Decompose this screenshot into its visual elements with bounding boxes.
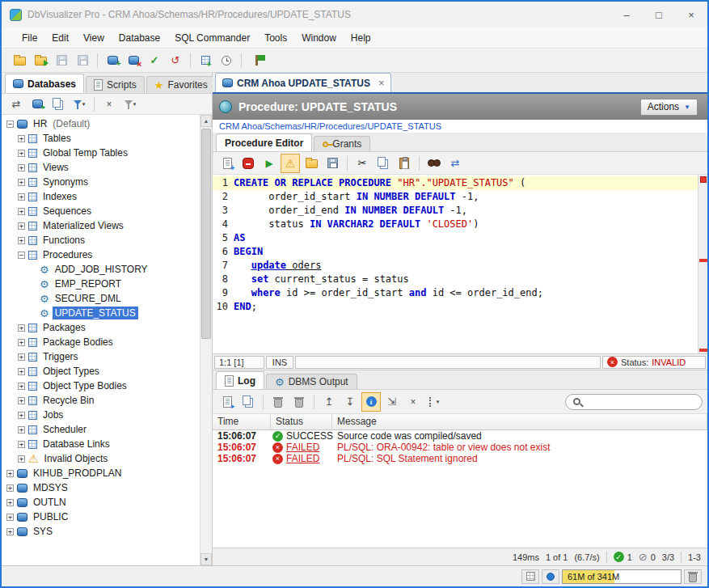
clear-filter-button[interactable]: × — [403, 392, 423, 412]
menu-view[interactable]: View — [76, 29, 112, 47]
tree-item-functions[interactable]: +Functions — [2, 233, 200, 247]
tree-item-global-temp-tables[interactable]: +Global Temp Tables — [2, 146, 200, 160]
expand-toggle[interactable]: + — [6, 514, 14, 521]
log-clear-all-button[interactable] — [289, 392, 309, 412]
tab-databases[interactable]: Databases — [5, 74, 84, 93]
tree-item-sys[interactable]: +SYS — [2, 524, 200, 539]
new-table-button[interactable] — [196, 51, 215, 70]
expand-toggle[interactable]: + — [18, 237, 25, 244]
expand-toggle[interactable]: + — [6, 484, 14, 492]
menu-tools[interactable]: Tools — [257, 29, 294, 47]
tree-item-secure-dml[interactable]: ⚙SECURE_DML — [2, 291, 200, 306]
minimize-button[interactable]: – — [610, 2, 643, 27]
tab-grants[interactable]: Grants — [314, 136, 370, 151]
tree-item-synonyms[interactable]: +Synonyms — [2, 175, 200, 189]
tree-filter-button[interactable]: ▾ — [70, 95, 89, 114]
expand-toggle[interactable]: + — [18, 368, 25, 375]
tree-item-object-types[interactable]: +Object Types — [2, 364, 200, 379]
log-copy-button[interactable] — [238, 392, 258, 412]
log-export-button[interactable] — [217, 392, 237, 412]
menu-sql-commander[interactable]: SQL Commander — [167, 29, 257, 47]
tree-item-recycle-bin[interactable]: +Recycle Bin — [2, 393, 200, 408]
tree-item-materialized-views[interactable]: +Materialized Views — [2, 218, 200, 233]
tree-item-tables[interactable]: +Tables — [2, 131, 200, 146]
expand-toggle[interactable]: + — [18, 455, 25, 463]
tree-item-indexes[interactable]: +Indexes — [2, 189, 200, 204]
sql-editor[interactable]: 1CREATE OR REPLACE PROCEDURE "HR"."UPDAT… — [213, 175, 698, 353]
actions-button[interactable]: Actions ▼ — [640, 99, 698, 116]
error-mark-icon[interactable] — [699, 259, 707, 262]
tree-nav-button[interactable]: ⇄ — [6, 95, 26, 114]
commit-button[interactable]: ✓ — [145, 51, 164, 70]
collapse-toggle[interactable]: − — [18, 252, 25, 259]
tab-favorites[interactable]: ★Favorites — [146, 76, 216, 93]
editor-export-button[interactable] — [323, 154, 342, 173]
column-settings-button[interactable]: ▾ — [424, 392, 444, 412]
expand-toggle[interactable]: + — [18, 397, 25, 404]
find-button[interactable] — [424, 154, 444, 173]
expand-toggle[interactable]: + — [18, 353, 25, 361]
disconnect-button[interactable] — [124, 51, 143, 70]
scrollbar-thumb[interactable] — [201, 129, 211, 339]
log-filter-input[interactable] — [585, 397, 694, 407]
menu-help[interactable]: Help — [344, 29, 378, 47]
paste-button[interactable] — [395, 154, 414, 173]
maximize-button[interactable]: □ — [643, 2, 675, 27]
expand-toggle[interactable]: + — [18, 179, 25, 186]
tree-duplicate-button[interactable] — [49, 95, 68, 114]
editor-open-button[interactable] — [302, 154, 321, 173]
tree-item-invalid-objects[interactable]: +⚠Invalid Objects — [2, 451, 200, 466]
tree-item-sequences[interactable]: +Sequences — [2, 204, 200, 218]
scroll-to-bottom-button[interactable]: ↧ — [340, 392, 360, 412]
tree-scrollbar[interactable]: ▲ ▼ — [200, 115, 212, 565]
tree-item-update-status[interactable]: ⚙UPDATE_STATUS — [2, 306, 200, 320]
history-button[interactable] — [217, 51, 236, 70]
tree-item-add-job-history[interactable]: ⚙ADD_JOB_HISTORY — [2, 262, 200, 277]
tree-item-triggers[interactable]: +Triggers — [2, 349, 200, 364]
collapse-toggle[interactable]: − — [6, 121, 14, 128]
expand-toggle[interactable]: + — [18, 383, 25, 390]
log-row[interactable]: 15:06:07×FAILEDPL/SQL: ORA-00942: table … — [213, 442, 707, 453]
tree-item-emp-report[interactable]: ⚙EMP_REPORT — [2, 277, 200, 291]
scroll-to-top-button[interactable]: ↥ — [319, 392, 339, 412]
connection-status-button[interactable] — [542, 569, 559, 584]
tree-item-scheduler[interactable]: +Scheduler — [2, 422, 200, 437]
tree-item-jobs[interactable]: +Jobs — [2, 408, 200, 422]
column-header-message[interactable]: Message — [332, 414, 707, 429]
tree-item-hr[interactable]: −HR (Default) — [2, 116, 200, 131]
menu-window[interactable]: Window — [294, 29, 344, 47]
expand-toggle[interactable]: + — [18, 426, 25, 434]
log-row[interactable]: 15:06:07×FAILEDPL/SQL: SQL Statement ign… — [213, 453, 707, 464]
editor-new-button[interactable] — [217, 154, 237, 173]
expand-toggle[interactable]: + — [6, 528, 14, 535]
tree-item-package-bodies[interactable]: +Package Bodies — [2, 335, 200, 349]
open-button[interactable] — [31, 51, 50, 70]
tab-crm-ahoa-update-status[interactable]: CRM Ahoa UPDATE_STATUS × — [215, 73, 391, 92]
compare-button[interactable]: ⇄ — [445, 154, 465, 173]
tree-item-public[interactable]: +PUBLIC — [2, 510, 200, 524]
column-header-status[interactable]: Status — [271, 414, 332, 429]
expand-toggle[interactable]: + — [6, 470, 14, 477]
tree-item-views[interactable]: +Views — [2, 160, 200, 175]
menu-edit[interactable]: Edit — [44, 29, 76, 47]
grid-status-button[interactable] — [521, 569, 539, 584]
tab-procedure-editor[interactable]: Procedure Editor — [216, 133, 312, 151]
expand-toggle[interactable]: + — [18, 193, 25, 201]
tab-dbms-output[interactable]: ⚙DBMS Output — [266, 374, 357, 389]
stop-button[interactable] — [238, 154, 258, 173]
expand-toggle[interactable]: + — [18, 412, 25, 419]
expand-toggle[interactable]: + — [18, 135, 25, 142]
log-clear-button[interactable] — [268, 392, 288, 412]
scroll-down-icon[interactable]: ▼ — [200, 553, 212, 565]
expand-toggle[interactable]: + — [18, 324, 25, 332]
garbage-collect-button[interactable] — [684, 569, 702, 584]
compile-warning-button[interactable]: ⚠ — [281, 154, 300, 173]
fit-columns-button[interactable]: ⇲ — [382, 392, 402, 412]
expand-toggle[interactable]: + — [18, 150, 25, 157]
tree-filter-off-button[interactable]: ▾ — [120, 95, 140, 114]
tree-item-object-type-bodies[interactable]: +Object Type Bodies — [2, 379, 200, 393]
tree-item-outln[interactable]: +OUTLN — [2, 495, 200, 510]
expand-toggle[interactable]: + — [18, 222, 25, 230]
bookmark-button[interactable] — [247, 51, 266, 70]
expand-toggle[interactable]: + — [6, 499, 14, 506]
